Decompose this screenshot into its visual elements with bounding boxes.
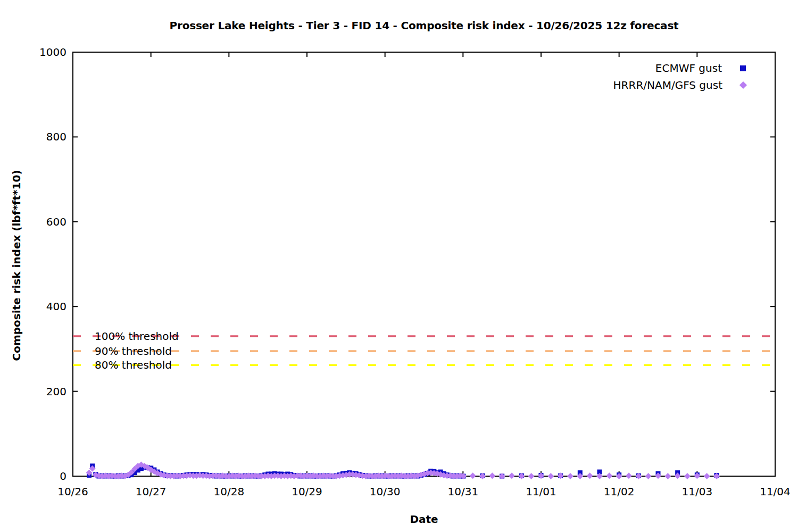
x-tick-label: 10/31 bbox=[439, 485, 487, 498]
threshold-label-100: 100% threshold bbox=[95, 329, 179, 343]
x-tick-label: 11/02 bbox=[595, 485, 643, 498]
data-point-diamond bbox=[645, 473, 652, 479]
y-tick-label: 400 bbox=[13, 300, 66, 313]
legend-item-ecmwf: ECMWF gust bbox=[532, 60, 746, 77]
y-tick-label: 800 bbox=[13, 130, 66, 143]
data-point-diamond bbox=[528, 473, 535, 479]
x-tick-label: 11/04 bbox=[751, 485, 798, 498]
threshold-label-90: 90% threshold bbox=[95, 344, 172, 358]
legend: ECMWF gust HRRR/NAM/GFS gust bbox=[532, 60, 746, 94]
data-point-diamond bbox=[587, 472, 593, 479]
x-tick-label: 10/27 bbox=[127, 485, 175, 498]
hrrr-nam-gfs-diamond-marker-icon bbox=[739, 81, 747, 89]
data-point-diamond bbox=[509, 472, 515, 479]
y-tick-label: 0 bbox=[13, 470, 66, 483]
data-point-diamond bbox=[626, 472, 632, 479]
legend-label-hrrr-nam-gfs: HRRR/NAM/GFS gust bbox=[613, 79, 722, 92]
chart: Prosser Lake Heights - Tier 3 - FID 14 -… bbox=[0, 0, 798, 532]
x-tick-label: 10/30 bbox=[361, 485, 409, 498]
data-point-diamond bbox=[606, 472, 612, 479]
data-point-diamond bbox=[664, 473, 671, 479]
data-point-diamond bbox=[704, 473, 710, 479]
x-tick-label: 10/28 bbox=[205, 485, 253, 498]
data-point-diamond bbox=[547, 473, 554, 479]
x-tick-label: 11/01 bbox=[517, 485, 565, 498]
data-point-diamond bbox=[684, 473, 691, 479]
data-point-diamond bbox=[470, 472, 476, 479]
x-axis-title: Date bbox=[73, 513, 775, 526]
y-tick-label: 200 bbox=[13, 385, 66, 398]
data-point-diamond bbox=[567, 473, 573, 479]
threshold-label-80: 80% threshold bbox=[95, 358, 172, 372]
plot-border bbox=[73, 52, 775, 476]
x-tick-label: 10/26 bbox=[49, 485, 97, 498]
ecmwf-square-marker-icon bbox=[740, 65, 746, 71]
legend-label-ecmwf: ECMWF gust bbox=[655, 62, 722, 74]
data-point-diamond bbox=[489, 472, 495, 479]
y-tick-label: 1000 bbox=[13, 46, 66, 59]
x-tick-label: 11/03 bbox=[673, 485, 721, 498]
x-tick-label: 10/29 bbox=[283, 485, 331, 498]
legend-item-hrrr-nam-gfs: HRRR/NAM/GFS gust bbox=[532, 77, 746, 94]
y-tick-label: 600 bbox=[13, 215, 66, 228]
